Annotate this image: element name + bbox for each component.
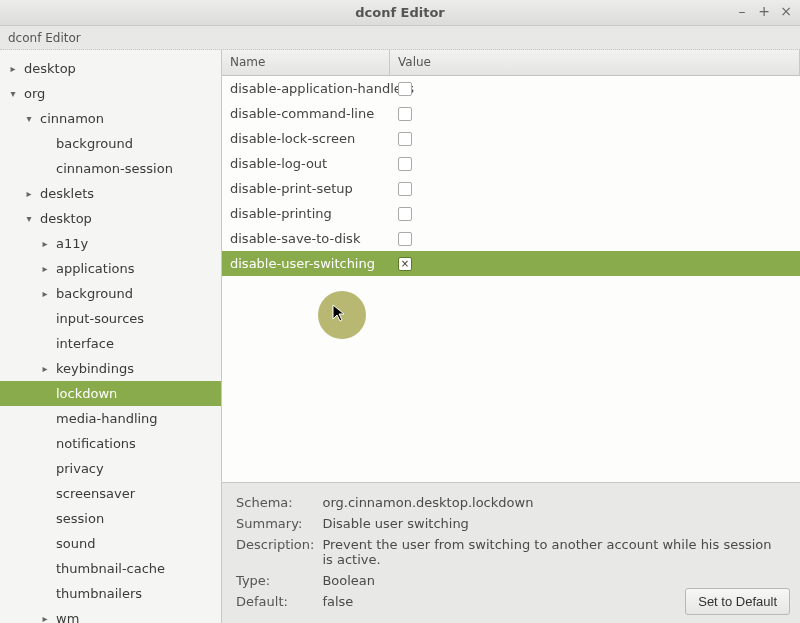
key-name: disable-log-out	[222, 156, 390, 171]
chevron-right-icon[interactable]: ▸	[22, 188, 36, 199]
subheader: dconf Editor	[0, 26, 800, 50]
schema-tree[interactable]: ▸desktop▾org▾cinnamonbackgroundcinnamon-…	[0, 50, 222, 623]
boolean-checkbox[interactable]: ×	[398, 257, 412, 271]
list-header: Name Value	[222, 50, 800, 76]
tree-item-wm[interactable]: ▸wm	[0, 606, 221, 623]
details-pane: Schema: org.cinnamon.desktop.lockdown Su…	[222, 482, 800, 623]
key-value	[390, 232, 800, 246]
tree-item-label: org	[24, 86, 45, 101]
column-name[interactable]: Name	[222, 50, 390, 75]
subheader-title: dconf Editor	[8, 31, 81, 45]
tree-item-cinnamon[interactable]: ▾cinnamon	[0, 106, 221, 131]
schema-label: Schema:	[236, 493, 320, 512]
chevron-right-icon[interactable]: ▸	[38, 363, 52, 374]
tree-item-label: sound	[56, 536, 95, 551]
key-value	[390, 207, 800, 221]
chevron-right-icon[interactable]: ▸	[38, 238, 52, 249]
tree-item-label: lockdown	[56, 386, 117, 401]
tree-item-screensaver[interactable]: screensaver	[0, 481, 221, 506]
chevron-down-icon[interactable]: ▾	[6, 88, 20, 99]
key-row[interactable]: disable-command-line	[222, 101, 800, 126]
maximize-button[interactable]: +	[756, 3, 772, 19]
tree-item-label: interface	[56, 336, 114, 351]
boolean-checkbox[interactable]	[398, 207, 412, 221]
boolean-checkbox[interactable]	[398, 157, 412, 171]
main-panel: Name Value disable-application-handlersd…	[222, 50, 800, 623]
key-name: disable-command-line	[222, 106, 390, 121]
tree-item-label: background	[56, 136, 133, 151]
cursor-highlight-icon	[318, 291, 366, 339]
tree-item-label: applications	[56, 261, 134, 276]
tree-item-session[interactable]: session	[0, 506, 221, 531]
tree-item-label: thumbnail-cache	[56, 561, 165, 576]
key-row[interactable]: disable-lock-screen	[222, 126, 800, 151]
boolean-checkbox[interactable]	[398, 132, 412, 146]
key-row[interactable]: disable-save-to-disk	[222, 226, 800, 251]
boolean-checkbox[interactable]	[398, 232, 412, 246]
key-list[interactable]: disable-application-handlersdisable-comm…	[222, 76, 800, 482]
tree-item-desktop[interactable]: ▸desktop	[0, 56, 221, 81]
tree-item-media-handling[interactable]: media-handling	[0, 406, 221, 431]
tree-item-interface[interactable]: interface	[0, 331, 221, 356]
default-label: Default:	[236, 592, 320, 611]
tree-item-lockdown[interactable]: lockdown	[0, 381, 221, 406]
key-row[interactable]: disable-printing	[222, 201, 800, 226]
key-row[interactable]: disable-log-out	[222, 151, 800, 176]
chevron-right-icon[interactable]: ▸	[38, 613, 52, 623]
schema-value: org.cinnamon.desktop.lockdown	[322, 493, 786, 512]
tree-item-background[interactable]: ▸background	[0, 281, 221, 306]
tree-item-desktop[interactable]: ▾desktop	[0, 206, 221, 231]
chevron-down-icon[interactable]: ▾	[22, 113, 36, 124]
tree-item-notifications[interactable]: notifications	[0, 431, 221, 456]
key-name: disable-lock-screen	[222, 131, 390, 146]
key-value	[390, 157, 800, 171]
tree-item-label: thumbnailers	[56, 586, 142, 601]
tree-item-background[interactable]: background	[0, 131, 221, 156]
tree-item-label: media-handling	[56, 411, 158, 426]
tree-item-privacy[interactable]: privacy	[0, 456, 221, 481]
tree-item-label: session	[56, 511, 104, 526]
tree-item-a11y[interactable]: ▸a11y	[0, 231, 221, 256]
boolean-checkbox[interactable]	[398, 82, 412, 96]
titlebar: dconf Editor – + ×	[0, 0, 800, 26]
tree-item-label: notifications	[56, 436, 136, 451]
chevron-down-icon[interactable]: ▾	[22, 213, 36, 224]
tree-item-label: cinnamon-session	[56, 161, 173, 176]
tree-item-thumbnail-cache[interactable]: thumbnail-cache	[0, 556, 221, 581]
boolean-checkbox[interactable]	[398, 182, 412, 196]
key-value	[390, 107, 800, 121]
key-value	[390, 132, 800, 146]
key-value	[390, 182, 800, 196]
set-to-default-button[interactable]: Set to Default	[685, 588, 790, 615]
tree-item-input-sources[interactable]: input-sources	[0, 306, 221, 331]
tree-item-label: desktop	[40, 211, 92, 226]
tree-item-thumbnailers[interactable]: thumbnailers	[0, 581, 221, 606]
tree-item-applications[interactable]: ▸applications	[0, 256, 221, 281]
window-controls: – + ×	[734, 3, 794, 19]
chevron-right-icon[interactable]: ▸	[38, 263, 52, 274]
chevron-right-icon[interactable]: ▸	[6, 63, 20, 74]
key-name: disable-save-to-disk	[222, 231, 390, 246]
content: ▸desktop▾org▾cinnamonbackgroundcinnamon-…	[0, 50, 800, 623]
tree-item-cinnamon-session[interactable]: cinnamon-session	[0, 156, 221, 181]
key-value: ×	[390, 257, 800, 271]
key-name: disable-printing	[222, 206, 390, 221]
tree-item-label: cinnamon	[40, 111, 104, 126]
tree-item-keybindings[interactable]: ▸keybindings	[0, 356, 221, 381]
column-value[interactable]: Value	[390, 50, 800, 75]
key-row[interactable]: disable-print-setup	[222, 176, 800, 201]
chevron-right-icon[interactable]: ▸	[38, 288, 52, 299]
close-button[interactable]: ×	[778, 3, 794, 19]
key-row[interactable]: disable-application-handlers	[222, 76, 800, 101]
tree-item-org[interactable]: ▾org	[0, 81, 221, 106]
minimize-button[interactable]: –	[734, 3, 750, 19]
tree-item-desklets[interactable]: ▸desklets	[0, 181, 221, 206]
key-value	[390, 82, 800, 96]
summary-value: Disable user switching	[322, 514, 786, 533]
boolean-checkbox[interactable]	[398, 107, 412, 121]
window-title: dconf Editor	[355, 5, 445, 20]
tree-item-label: screensaver	[56, 486, 135, 501]
tree-item-sound[interactable]: sound	[0, 531, 221, 556]
key-row[interactable]: disable-user-switching×	[222, 251, 800, 276]
tree-item-label: privacy	[56, 461, 104, 476]
